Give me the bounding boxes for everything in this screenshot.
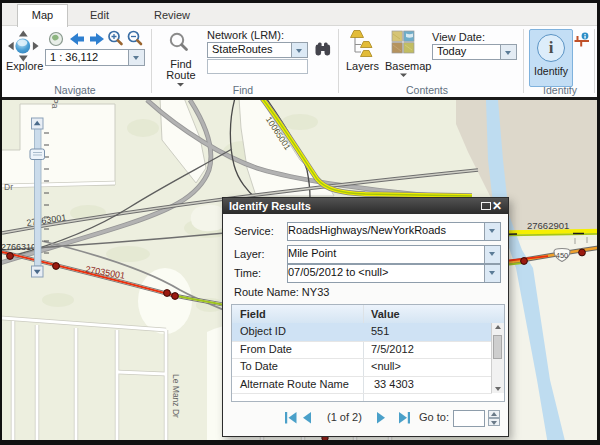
svg-text:Le Manz Dr: Le Manz Dr	[171, 374, 181, 418]
svg-text:Dr: Dr	[4, 182, 13, 192]
svg-text:450: 450	[556, 251, 569, 260]
svg-text:Pa: Pa	[50, 100, 60, 109]
svg-text:27662901: 27662901	[527, 220, 569, 231]
